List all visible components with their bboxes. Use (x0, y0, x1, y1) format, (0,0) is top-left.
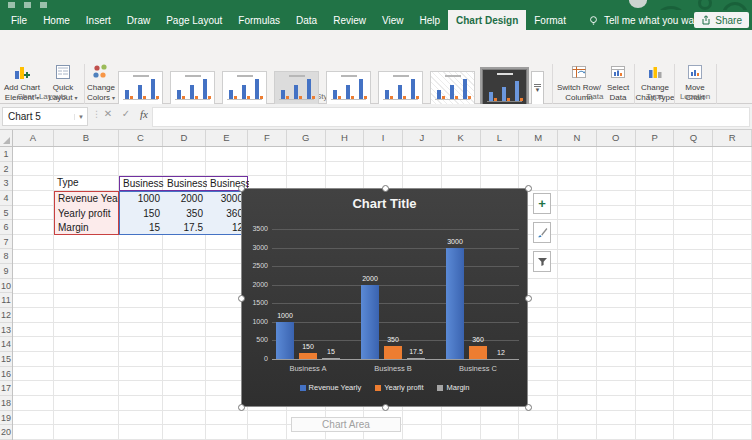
tab-chart-design[interactable]: Chart Design (448, 10, 526, 30)
cell-D3[interactable]: Business B (164, 177, 207, 192)
tab-page-layout[interactable]: Page Layout (158, 10, 230, 30)
chart-selection-handle[interactable] (525, 404, 532, 411)
cell-C3[interactable]: Business A (120, 177, 164, 192)
row-header-3[interactable]: 3 (0, 176, 12, 191)
tab-formulas[interactable]: Formulas (230, 10, 288, 30)
column-header-E[interactable]: E (206, 130, 248, 146)
tab-data[interactable]: Data (288, 10, 325, 30)
row-header-6[interactable]: 6 (0, 220, 12, 235)
tab-insert[interactable]: Insert (78, 10, 119, 30)
cell-C4[interactable]: 1000 (120, 192, 164, 207)
chart-selection-handle[interactable] (238, 404, 245, 411)
row-header-1[interactable]: 1 (0, 147, 12, 162)
bar-margin-business-a[interactable] (322, 358, 340, 359)
column-header-N[interactable]: N (558, 130, 597, 146)
name-box-dropdown-icon[interactable]: ▼ (74, 114, 87, 120)
share-button[interactable]: Share (694, 12, 749, 28)
cell-C5[interactable]: 150 (120, 207, 164, 222)
select-all-corner[interactable] (0, 130, 13, 146)
chart-selection-handle[interactable] (525, 185, 532, 192)
row-header-4[interactable]: 4 (0, 191, 12, 206)
row-header-14[interactable]: 14 (0, 337, 12, 352)
chart-selection-handle[interactable] (382, 404, 389, 411)
cell-D4[interactable]: 2000 (164, 192, 207, 207)
legend-item-yearly-profit[interactable]: Yearly profit (375, 383, 423, 392)
chart-style-thumbnail-6[interactable] (378, 71, 423, 105)
tab-file[interactable]: File (3, 10, 35, 30)
tab-help[interactable]: Help (411, 10, 448, 30)
row-header-8[interactable]: 8 (0, 249, 12, 264)
chart-selection-handle[interactable] (382, 185, 389, 192)
bar-yearly-profit-business-c[interactable] (469, 346, 487, 359)
insert-function-button[interactable]: fx (136, 108, 152, 120)
chart-selection-handle[interactable] (238, 185, 245, 192)
formula-input[interactable] (152, 107, 750, 127)
chart-selection-handle[interactable] (525, 295, 532, 302)
cancel-formula-button[interactable]: ✕ (100, 108, 116, 119)
column-header-A[interactable]: A (13, 130, 54, 146)
tab-home[interactable]: Home (35, 10, 78, 30)
row-header-19[interactable]: 19 (0, 411, 12, 426)
save-icon[interactable] (8, 2, 15, 8)
chart-filters-button[interactable] (533, 251, 551, 272)
tab-draw[interactable]: Draw (119, 10, 158, 30)
column-header-J[interactable]: J (403, 130, 442, 146)
column-header-H[interactable]: H (326, 130, 365, 146)
column-header-D[interactable]: D (163, 130, 206, 146)
chart-style-thumbnail-7[interactable] (430, 71, 475, 105)
row-header-13[interactable]: 13 (0, 323, 12, 338)
legend-item-margin[interactable]: Margin (437, 383, 469, 392)
row-header-16[interactable]: 16 (0, 367, 12, 382)
column-header-C[interactable]: C (119, 130, 163, 146)
row-header-9[interactable]: 9 (0, 264, 12, 279)
bar-revenue-yearly-business-b[interactable] (361, 285, 379, 359)
column-header-G[interactable]: G (287, 130, 326, 146)
embedded-chart[interactable]: Chart Title 3500300025002000150010005000… (241, 188, 528, 407)
column-header-I[interactable]: I (364, 130, 403, 146)
row-header-5[interactable]: 5 (0, 206, 12, 221)
cell-C6[interactable]: 15 (120, 221, 164, 236)
chart-elements-button[interactable]: + (533, 193, 551, 214)
chart-styles-button[interactable] (533, 222, 551, 243)
bar-yearly-profit-business-b[interactable] (384, 346, 402, 359)
enter-formula-button[interactable]: ✓ (118, 108, 134, 119)
column-header-R[interactable]: R (713, 130, 752, 146)
column-header-K[interactable]: K (442, 130, 481, 146)
chart-style-thumbnail-4[interactable] (274, 71, 319, 105)
column-header-P[interactable]: P (636, 130, 675, 146)
cell-B6[interactable]: Margin (55, 221, 118, 236)
bar-revenue-yearly-business-c[interactable] (446, 248, 464, 359)
cell-D5[interactable]: 350 (164, 207, 207, 222)
row-header-11[interactable]: 11 (0, 293, 12, 308)
tab-review[interactable]: Review (325, 10, 374, 30)
bar-margin-business-c[interactable] (492, 359, 510, 360)
row-header-7[interactable]: 7 (0, 235, 12, 250)
chart-style-thumbnail-5[interactable] (326, 71, 371, 105)
row-header-15[interactable]: 15 (0, 352, 12, 367)
name-box[interactable]: Chart 5 ▼ (2, 107, 88, 126)
chart-style-thumbnail-2[interactable] (170, 71, 215, 105)
column-header-M[interactable]: M (519, 130, 558, 146)
column-header-F[interactable]: F (248, 130, 287, 146)
tab-format[interactable]: Format (526, 10, 574, 30)
column-header-O[interactable]: O (597, 130, 636, 146)
cell-D6[interactable]: 17.5 (164, 221, 207, 236)
column-header-B[interactable]: B (54, 130, 119, 146)
row-header-10[interactable]: 10 (0, 279, 12, 294)
bar-revenue-yearly-business-a[interactable] (276, 322, 294, 359)
chart-style-thumbnail-8[interactable] (482, 69, 527, 107)
bar-margin-business-b[interactable] (407, 358, 425, 359)
chart-legend[interactable]: Revenue YearlyYearly profitMargin (242, 383, 527, 392)
undo-icon[interactable] (24, 2, 31, 8)
chart-selection-handle[interactable] (238, 295, 245, 302)
legend-item-revenue-yearly[interactable]: Revenue Yearly (300, 383, 362, 392)
row-header-12[interactable]: 12 (0, 308, 12, 323)
row-header-18[interactable]: 18 (0, 396, 12, 411)
cell-B4[interactable]: Revenue Yearly (55, 192, 118, 207)
row-header-17[interactable]: 17 (0, 381, 12, 396)
column-header-Q[interactable]: Q (674, 130, 713, 146)
cell-B5[interactable]: Yearly profit (55, 207, 118, 222)
row-header-2[interactable]: 2 (0, 162, 12, 177)
column-header-L[interactable]: L (481, 130, 520, 146)
bar-yearly-profit-business-a[interactable] (299, 353, 317, 359)
